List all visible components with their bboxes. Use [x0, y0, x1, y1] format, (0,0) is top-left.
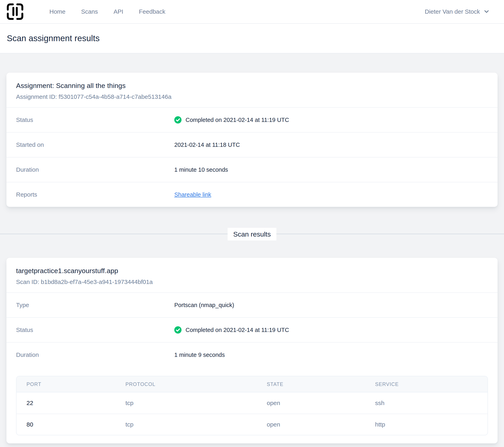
nav-link-home[interactable]: Home — [49, 8, 65, 15]
scan-results-divider: Scan results — [0, 234, 504, 234]
navbar: Home Scans API Feedback Dieter Van der S… — [0, 0, 504, 24]
col-header-port: PORT — [17, 376, 115, 392]
cell-port: 22 — [17, 392, 115, 414]
table-row: 22 tcp open ssh — [17, 392, 487, 414]
shareable-link[interactable]: Shareable link — [174, 191, 211, 198]
scan-card-header: targetpractice1.scanyourstuff.app Scan I… — [6, 258, 498, 292]
page-title: Scan assignment results — [7, 34, 100, 43]
scan-id: Scan ID: b1bd8a2b-ef7a-45e3-a941-1973444… — [16, 278, 488, 286]
cell-service: http — [365, 414, 487, 435]
started-on-value: 2021-02-14 at 11:18 UTC — [174, 142, 240, 148]
reports-label: Reports — [16, 191, 174, 198]
chevron-down-icon — [484, 10, 489, 13]
scan-brackets-logo-icon — [6, 3, 24, 20]
assignment-started-row: Started on 2021-02-14 at 11:18 UTC — [6, 132, 498, 157]
col-header-state: STATE — [257, 376, 365, 392]
assignment-status-row: Status Completed on 2021-02-14 at 11:19 … — [6, 107, 498, 132]
cell-protocol: tcp — [115, 392, 257, 414]
cell-port: 80 — [17, 414, 115, 435]
nav-link-scans[interactable]: Scans — [81, 8, 98, 15]
user-name: Dieter Van der Stock — [425, 8, 480, 15]
ports-table: PORT PROTOCOL STATE SERVICE 22 tcp open — [16, 376, 488, 435]
scan-results-table-section: PORT PROTOCOL STATE SERVICE 22 tcp open — [6, 367, 498, 443]
assignment-card: Assignment: Scanning all the things Assi… — [6, 73, 498, 207]
scan-type-row: Type Portscan (nmap_quick) — [6, 292, 498, 317]
started-on-label: Started on — [16, 141, 174, 148]
scan-results-divider-label: Scan results — [228, 228, 276, 241]
col-header-service: SERVICE — [365, 376, 487, 392]
assignment-id: Assignment ID: f5301077-c54a-4b58-a714-c… — [16, 92, 488, 101]
cell-state: open — [257, 414, 365, 435]
cell-protocol: tcp — [115, 414, 257, 435]
nav-links: Home Scans API Feedback — [49, 8, 165, 15]
duration-label: Duration — [16, 166, 174, 173]
scan-duration-row: Duration 1 minute 9 seconds — [6, 342, 498, 367]
check-circle-icon — [174, 116, 181, 124]
type-value: Portscan (nmap_quick) — [174, 302, 234, 308]
duration-value: 1 minute 10 seconds — [174, 166, 228, 173]
table-row: 80 tcp open http — [17, 414, 487, 435]
scan-target: targetpractice1.scanyourstuff.app — [16, 266, 488, 275]
user-menu[interactable]: Dieter Van der Stock — [425, 8, 489, 15]
assignment-card-header: Assignment: Scanning all the things Assi… — [6, 73, 498, 107]
scan-duration-value: 1 minute 9 seconds — [174, 352, 225, 358]
type-label: Type — [16, 302, 174, 308]
cell-service: ssh — [365, 392, 487, 414]
check-circle-icon — [174, 326, 181, 334]
assignment-title: Assignment: Scanning all the things — [16, 81, 488, 90]
assignment-duration-row: Duration 1 minute 10 seconds — [6, 157, 498, 182]
assignment-reports-row: Reports Shareable link — [6, 182, 498, 207]
scan-status-label: Status — [16, 326, 174, 333]
status-value: Completed on 2021-02-14 at 11:19 UTC — [174, 116, 289, 124]
cell-state: open — [257, 392, 365, 414]
brand-logo[interactable] — [6, 3, 24, 20]
status-text: Completed on 2021-02-14 at 11:19 UTC — [185, 117, 289, 123]
scan-duration-label: Duration — [16, 351, 174, 358]
scan-status-row: Status Completed on 2021-02-14 at 11:19 … — [6, 317, 498, 342]
scan-card: targetpractice1.scanyourstuff.app Scan I… — [6, 258, 498, 443]
nav-link-feedback[interactable]: Feedback — [139, 8, 165, 15]
table-header-row: PORT PROTOCOL STATE SERVICE — [17, 376, 487, 392]
main-content: Assignment: Scanning all the things Assi… — [0, 54, 504, 443]
scan-status-value: Completed on 2021-02-14 at 11:19 UTC — [174, 326, 289, 334]
col-header-protocol: PROTOCOL — [115, 376, 257, 392]
page-header: Scan assignment results — [0, 24, 504, 54]
nav-link-api[interactable]: API — [113, 8, 123, 15]
status-label: Status — [16, 116, 174, 123]
scan-status-text: Completed on 2021-02-14 at 11:19 UTC — [185, 327, 289, 333]
